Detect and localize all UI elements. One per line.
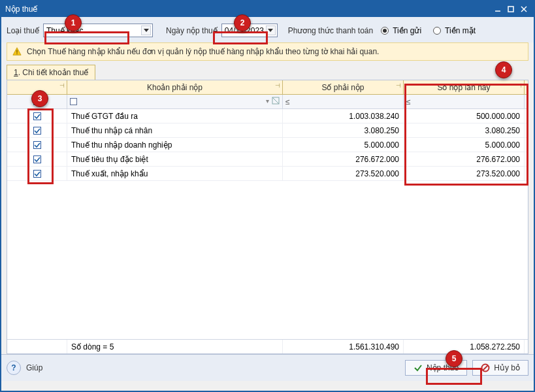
radio-cash[interactable] [433, 27, 441, 35]
svg-line-7 [272, 97, 279, 104]
row-due: 3.080.250 [283, 123, 404, 137]
close-button[interactable] [518, 4, 530, 14]
chevron-down-icon [266, 25, 276, 35]
cancel-icon [481, 363, 490, 372]
row-name: Thuế GTGT đầu ra [67, 109, 283, 123]
radio-bank[interactable] [381, 27, 389, 35]
callout-5: 5 [446, 350, 462, 367]
row-due: 276.672.000 [283, 152, 404, 166]
minimize-button[interactable] [492, 4, 504, 14]
col-header-due[interactable]: Số phải nộp⊣ [283, 80, 404, 94]
callout-1: 1 [65, 14, 82, 31]
date-label: Ngày nộp thuế [166, 26, 218, 35]
filter-icon [272, 97, 280, 105]
row-checkbox[interactable] [7, 167, 67, 180]
row-pay[interactable]: 273.520.000 [404, 167, 525, 180]
col-header-name[interactable]: Khoản phải nộp⊣ [67, 80, 283, 94]
payment-method-label: Phương thức thanh toán [288, 26, 373, 35]
row-name: Thuế thu nhập doanh nghiệp [67, 138, 283, 152]
row-checkbox[interactable] [7, 138, 67, 152]
table-row[interactable]: Thuế GTGT đầu ra1.003.038.240500.000.000 [7, 109, 528, 123]
row-name: Thuế xuất, nhập khẩu [67, 167, 283, 180]
row-due: 5.000.000 [283, 138, 404, 152]
callout-4: 4 [495, 61, 512, 78]
radio-cash-label: Tiền mặt [445, 26, 476, 35]
radio-bank-label: Tiền gửi [393, 26, 421, 35]
help-button[interactable]: Giúp [26, 363, 42, 372]
col-header-pay[interactable]: Số nộp lần này⊣ [404, 80, 525, 94]
table-row[interactable]: Thuế tiêu thụ đặc biệt276.672.000276.672… [7, 152, 528, 167]
row-name: Thuế thu nhập cá nhân [67, 123, 283, 137]
row-checkbox[interactable] [7, 123, 67, 137]
tax-type-label: Loại thuế [7, 26, 39, 35]
footer-sum-due: 1.561.310.490 [283, 340, 404, 353]
grid: ⊣ Khoản phải nộp⊣ Số phải nộp⊣ Số nộp lầ… [7, 80, 528, 354]
tab-detail[interactable]: 1. Chi tiết khoản thuế [7, 65, 95, 80]
window-title: Nộp thuế [5, 5, 37, 14]
row-pay[interactable]: 5.000.000 [404, 138, 525, 152]
row-pay[interactable]: 276.672.000 [404, 152, 525, 166]
callout-3: 3 [31, 90, 48, 107]
help-icon[interactable]: ? [7, 361, 21, 375]
footer-sum-pay: 1.058.272.250 [404, 340, 525, 353]
banner-text: Chọn Thuế hàng nhập khẩu nếu đơn vị quản… [27, 47, 379, 56]
filter-name[interactable]: ▾ [67, 95, 283, 108]
row-due: 273.520.000 [283, 167, 404, 180]
filter-due[interactable]: ≤ [283, 95, 404, 108]
filter-pay[interactable]: ≤ [404, 95, 525, 108]
svg-rect-1 [508, 7, 513, 12]
table-row[interactable]: Thuế thu nhập doanh nghiệp5.000.0005.000… [7, 138, 528, 152]
table-row[interactable]: Thuế thu nhập cá nhân3.080.2503.080.250 [7, 123, 528, 138]
maximize-button[interactable] [505, 4, 517, 14]
tax-type-combo[interactable]: Thuế khác [43, 24, 153, 37]
callout-2: 2 [234, 14, 251, 31]
row-pay[interactable]: 3.080.250 [404, 123, 525, 137]
svg-line-9 [483, 366, 488, 370]
warning-icon [12, 47, 22, 56]
svg-rect-5 [16, 54, 17, 54]
cancel-button[interactable]: Hủy bỏ [472, 360, 528, 376]
row-pay[interactable]: 500.000.000 [404, 109, 525, 123]
row-checkbox[interactable] [7, 152, 67, 166]
check-icon [413, 363, 423, 372]
footer-count: Số dòng = 5 [67, 340, 283, 353]
svg-rect-4 [16, 50, 17, 52]
row-checkbox[interactable] [7, 109, 67, 123]
titlebar: Nộp thuế [1, 1, 534, 17]
table-row[interactable]: Thuế xuất, nhập khẩu273.520.000273.520.0… [7, 167, 528, 181]
row-due: 1.003.038.240 [283, 109, 404, 123]
info-banner: Chọn Thuế hàng nhập khẩu nếu đơn vị quản… [7, 42, 528, 61]
row-name: Thuế tiêu thụ đặc biệt [67, 152, 283, 166]
chevron-down-icon [141, 25, 151, 35]
